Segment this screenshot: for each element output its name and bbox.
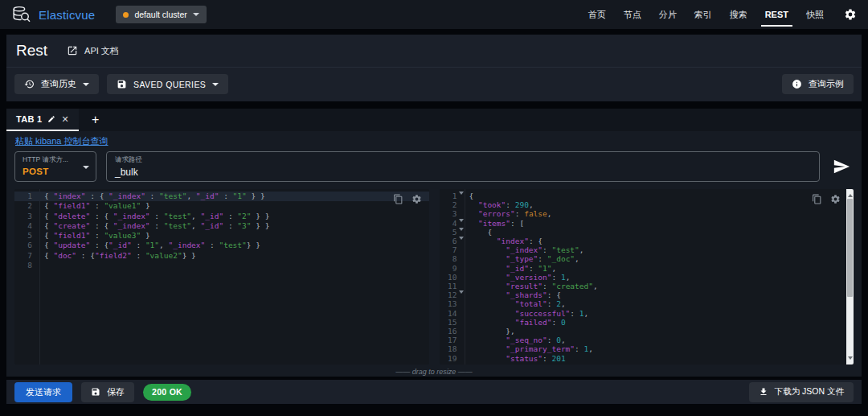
download-json-button[interactable]: 下载为 JSON 文件 xyxy=(749,382,854,402)
http-method-label: HTTP 请求方... xyxy=(23,155,88,165)
nav-items: 首页 节点 分片 索引 搜索 REST 快照 xyxy=(579,0,833,29)
status-badge: 200 OK xyxy=(143,384,191,401)
code-line: 2{ "field1" : "value1" } xyxy=(14,201,429,211)
code-line: 3 "errors": false, xyxy=(440,209,854,218)
save-icon xyxy=(91,387,100,397)
editor-settings-gear-icon[interactable] xyxy=(830,194,841,204)
nav-item-snapshots[interactable]: 快照 xyxy=(797,0,833,29)
scrollbar[interactable] xyxy=(846,189,854,365)
code-line: 6{ "update" : {"_id" : "1", "_index" : "… xyxy=(14,241,429,250)
save-icon xyxy=(117,79,127,89)
new-tab-button[interactable]: + xyxy=(79,109,113,131)
code-line: 10 "_version": 1, xyxy=(440,273,854,282)
code-line: 3{ "delete" : { "_index" : "test", "_id"… xyxy=(14,212,429,221)
elasticvue-app: Elasticvue default cluster 首页 节点 分片 索引 搜… xyxy=(0,0,868,416)
code-line: 17 "_seq_no": 0, xyxy=(440,336,854,344)
code-line: 18 "_primary_term": 1, xyxy=(440,344,854,353)
code-line: 4 "items": [ xyxy=(440,219,854,228)
saved-queries-button[interactable]: SAVED QUERIES xyxy=(107,74,228,94)
navbar: Elasticvue default cluster 首页 节点 分片 索引 搜… xyxy=(0,0,868,29)
code-line: 6 "index": { xyxy=(440,237,854,245)
api-docs-label: API 文档 xyxy=(84,45,119,57)
code-line: 16 }, xyxy=(440,327,854,336)
fold-arrow-icon[interactable] xyxy=(457,290,465,299)
http-method-select[interactable]: HTTP 请求方... POST xyxy=(14,151,96,182)
send-request-button[interactable]: 发送请求 xyxy=(14,382,72,402)
code-line: 11 "result": "created", xyxy=(440,282,854,290)
code-line: 5 { xyxy=(440,228,854,237)
title-row: Rest API 文档 xyxy=(6,35,862,68)
info-icon xyxy=(792,79,802,89)
request-path-value: _bulk xyxy=(115,167,811,178)
send-request-icon-button[interactable] xyxy=(829,151,854,182)
api-docs-link[interactable]: API 文档 xyxy=(67,45,119,57)
pencil-icon[interactable] xyxy=(47,115,55,123)
external-link-icon xyxy=(67,45,78,56)
cluster-select[interactable]: default cluster xyxy=(116,6,206,23)
nav-item-shards[interactable]: 分片 xyxy=(650,0,686,29)
code-line: 7 "_index": "test", xyxy=(440,245,854,254)
send-icon xyxy=(833,158,850,175)
code-line: 14 "successful": 1, xyxy=(440,309,854,318)
response-editor[interactable]: 1{2 "took": 290,3 "errors": false,4 "ite… xyxy=(440,189,854,365)
nav-item-home[interactable]: 首页 xyxy=(579,0,615,29)
chevron-down-icon xyxy=(193,13,199,16)
settings-gear-icon[interactable] xyxy=(844,8,857,21)
nav-item-rest[interactable]: REST xyxy=(756,0,797,29)
code-line: 8 "_type": "_doc", xyxy=(440,254,854,263)
code-line: 20 }, xyxy=(440,363,854,365)
page-title: Rest xyxy=(16,42,47,60)
copy-icon[interactable] xyxy=(812,194,822,204)
kibana-paste-link[interactable]: 粘贴 kibana 控制台查询 xyxy=(15,135,108,147)
close-icon[interactable]: ✕ xyxy=(61,115,68,124)
query-toolbar: 查询历史 SAVED QUERIES 查询示例 xyxy=(6,68,862,101)
history-icon xyxy=(24,79,35,89)
code-line: 1{ "index" : { "_index" : "test", "_id" … xyxy=(14,192,429,201)
code-line: 1{ xyxy=(440,192,854,200)
code-line: 12 "_shards": { xyxy=(440,290,854,299)
download-label: 下载为 JSON 文件 xyxy=(775,386,844,397)
tab-bar: TAB 1 ✕ + xyxy=(6,109,862,131)
fold-arrow-icon[interactable] xyxy=(457,192,465,200)
select-caret-icon xyxy=(83,166,89,169)
query-examples-button[interactable]: 查询示例 xyxy=(782,74,854,94)
request-editor-code[interactable]: 1{ "index" : { "_index" : "test", "_id" … xyxy=(14,189,429,270)
nav-item-indices[interactable]: 索引 xyxy=(686,0,721,29)
save-button[interactable]: 保存 xyxy=(81,382,134,402)
code-line: 13 "total": 2, xyxy=(440,299,854,308)
elasticvue-logo-icon[interactable] xyxy=(11,5,31,25)
fold-arrow-icon[interactable] xyxy=(457,228,465,237)
code-line: 7{ "doc" : {"field2" : "value2"} } xyxy=(14,251,429,261)
nav-item-nodes[interactable]: 节点 xyxy=(615,0,650,29)
chevron-down-icon xyxy=(212,83,219,86)
fold-arrow-icon[interactable] xyxy=(457,237,465,245)
cluster-status-dot xyxy=(123,12,129,18)
code-line: 15 "failed": 0 xyxy=(440,318,854,327)
request-path-input[interactable]: 请求路径 _bulk xyxy=(106,151,820,182)
code-line: 4{ "create" : { "_index" : "test", "_id"… xyxy=(14,221,429,231)
code-line: 9 "_id": "1", xyxy=(440,264,854,273)
tab-1-label: TAB 1 xyxy=(16,114,42,124)
bottom-action-bar: 发送请求 保存 200 OK 下载为 JSON 文件 xyxy=(6,380,862,404)
code-line: 5{ "field1" : "value3" } xyxy=(14,231,429,241)
chevron-down-icon xyxy=(83,83,89,86)
drag-resize-handle[interactable]: —— drag to resize —— xyxy=(6,368,862,376)
tab-1[interactable]: TAB 1 ✕ xyxy=(6,109,79,131)
http-method-value: POST xyxy=(23,167,88,176)
query-examples-label: 查询示例 xyxy=(809,78,844,90)
header-panel: Rest API 文档 查询历史 SAVED QUERIES xyxy=(6,35,862,101)
brand-title[interactable]: Elasticvue xyxy=(39,8,95,22)
request-body-editor[interactable]: 1{ "index" : { "_index" : "test", "_id" … xyxy=(14,189,429,365)
query-history-button[interactable]: 查询历史 xyxy=(14,74,99,94)
request-path-label: 请求路径 xyxy=(115,155,811,165)
copy-icon[interactable] xyxy=(393,194,403,204)
fold-arrow-icon[interactable] xyxy=(457,219,465,228)
nav-item-search[interactable]: 搜索 xyxy=(721,0,756,29)
editor-settings-gear-icon[interactable] xyxy=(411,194,422,204)
response-editor-code[interactable]: 1{2 "took": 290,3 "errors": false,4 "ite… xyxy=(440,189,854,365)
query-history-label: 查询历史 xyxy=(41,78,76,90)
save-label: 保存 xyxy=(107,386,125,398)
scrollbar-thumb[interactable] xyxy=(847,199,853,297)
cluster-name: default cluster xyxy=(134,10,186,19)
saved-queries-label: SAVED QUERIES xyxy=(133,80,206,89)
